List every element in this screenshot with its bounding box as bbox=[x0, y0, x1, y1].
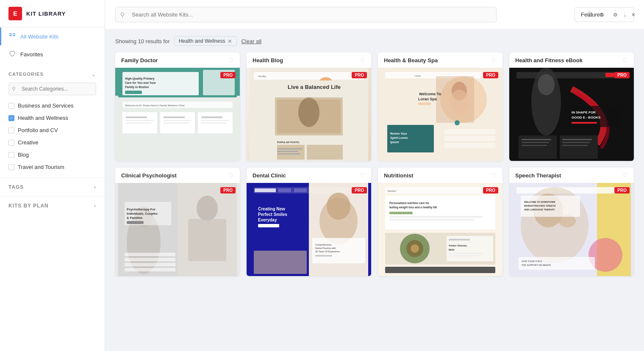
kit-card-family-doctor[interactable]: Family Doctor ♡ PRO High-Quality Primary… bbox=[115, 53, 240, 161]
kit-card-dental-clinic[interactable]: Dental Clinic ♡ PRO Creating New Perfect… bbox=[247, 168, 371, 276]
category-blog-checkbox[interactable] bbox=[8, 152, 14, 158]
svg-rect-109 bbox=[254, 251, 307, 274]
refresh-button[interactable]: ↻ bbox=[599, 11, 606, 19]
kits-header[interactable]: KITS BY PLAN › bbox=[8, 202, 96, 209]
nav-favorites[interactable]: Favorites bbox=[0, 45, 105, 63]
pro-badge: PRO bbox=[220, 187, 236, 193]
svg-text:Loran: Loran bbox=[415, 75, 421, 77]
tags-header[interactable]: TAGS › bbox=[8, 184, 96, 190]
svg-rect-89 bbox=[125, 258, 175, 261]
svg-rect-22 bbox=[164, 122, 189, 124]
heart-nav-icon bbox=[8, 50, 16, 58]
pro-badge: PRO bbox=[352, 72, 367, 78]
categories-header[interactable]: CATEGORIES ⌄ bbox=[8, 71, 96, 77]
kit-card-fitness-ebook[interactable]: Health and Fitness eBook ♡ PRO bbox=[509, 53, 634, 161]
category-blog-label: Blog bbox=[18, 152, 29, 158]
svg-text:IN SHAPE FOR: IN SHAPE FOR bbox=[572, 111, 596, 114]
svg-rect-70 bbox=[522, 139, 551, 140]
category-health[interactable]: Health and Wellness bbox=[8, 112, 96, 124]
svg-rect-90 bbox=[125, 263, 175, 266]
close-button[interactable]: ✕ bbox=[630, 11, 637, 19]
kit-card-header: Health & Beauty Spa ♡ bbox=[378, 53, 502, 68]
svg-rect-129 bbox=[385, 267, 495, 273]
svg-text:Amber Stewart,: Amber Stewart, bbox=[449, 244, 467, 247]
category-portfolio-label: Portfolio and CV bbox=[18, 127, 58, 133]
category-portfolio-checkbox[interactable] bbox=[8, 127, 14, 133]
app-title: KIT LIBRARY bbox=[26, 11, 66, 17]
favorite-icon[interactable]: ♡ bbox=[491, 57, 497, 64]
category-travel-label: Travel and Tourism bbox=[18, 164, 64, 170]
svg-text:GOOD E - BOOKS: GOOD E - BOOKS bbox=[572, 116, 601, 119]
kit-preview: PRO Nutrition Personalized nutrition car… bbox=[378, 183, 502, 276]
favorite-icon[interactable]: ♡ bbox=[228, 57, 234, 64]
svg-rect-57 bbox=[444, 136, 495, 141]
category-creative-checkbox[interactable] bbox=[8, 140, 14, 146]
svg-point-34 bbox=[298, 97, 319, 127]
category-travel[interactable]: Travel and Tourism bbox=[8, 161, 96, 173]
kit-preview: PRO Psychotherapy For bbox=[115, 183, 240, 276]
pro-badge: PRO bbox=[352, 187, 367, 193]
svg-rect-20 bbox=[164, 116, 185, 118]
favorite-icon[interactable]: ♡ bbox=[360, 57, 365, 64]
favorite-icon[interactable]: ♡ bbox=[491, 172, 497, 179]
svg-rect-56 bbox=[444, 129, 495, 134]
svg-rect-2 bbox=[9, 35, 12, 36]
search-bar-wrapper: ⚲ bbox=[115, 7, 497, 22]
svg-text:lasting weight loss and a heal: lasting weight loss and a healthy life bbox=[389, 206, 437, 209]
svg-point-79 bbox=[197, 196, 218, 221]
svg-rect-91 bbox=[125, 268, 175, 271]
nav-all-kits[interactable]: All Website Kits bbox=[0, 28, 105, 45]
svg-rect-1 bbox=[13, 33, 15, 34]
favorite-icon[interactable]: ♡ bbox=[622, 57, 628, 64]
svg-text:POPULAR POSTS:: POPULAR POSTS: bbox=[277, 141, 300, 144]
pro-badge: PRO bbox=[220, 72, 236, 78]
category-health-checkbox[interactable] bbox=[8, 115, 14, 121]
kit-card-header: Health and Fitness eBook ♡ bbox=[509, 53, 634, 68]
settings-button[interactable]: ⚙ bbox=[611, 11, 619, 19]
clear-all-link[interactable]: Clear all bbox=[241, 38, 261, 44]
category-creative[interactable]: Creative bbox=[8, 136, 96, 149]
pro-badge: PRO bbox=[614, 187, 630, 193]
kit-card-nutritionist[interactable]: Nutritionist ♡ PRO Nutrition Personalize… bbox=[378, 168, 502, 276]
kit-card-beauty-spa[interactable]: Health & Beauty Spa ♡ PRO Loran Welc bbox=[378, 53, 502, 161]
category-business[interactable]: Business and Services bbox=[8, 99, 96, 112]
favorite-icon[interactable]: ♡ bbox=[622, 172, 628, 179]
svg-rect-36 bbox=[277, 145, 305, 160]
favorite-icon[interactable]: ♡ bbox=[228, 172, 234, 179]
kit-preview: PRO mindsy Live a Balanced Life POPULAR … bbox=[247, 68, 371, 161]
svg-rect-118 bbox=[389, 219, 474, 221]
svg-rect-71 bbox=[522, 142, 549, 143]
kit-card-clinical-psychologist[interactable]: Clinical Psychologist ♡ PRO bbox=[115, 168, 240, 276]
category-travel-checkbox[interactable] bbox=[8, 164, 14, 170]
search-categories-input[interactable] bbox=[8, 83, 96, 95]
grid-container: Family Doctor ♡ PRO High-Quality Primary… bbox=[105, 53, 644, 351]
category-portfolio[interactable]: Portfolio and CV bbox=[8, 124, 96, 136]
kit-card-speech-therapist[interactable]: Speech Therapist ♡ PRO bbox=[509, 168, 634, 276]
kit-card-header: Family Doctor ♡ bbox=[115, 53, 240, 68]
kits-section: KITS BY PLAN › bbox=[0, 196, 105, 215]
results-bar: Showing 10 results for Health and Wellne… bbox=[105, 30, 644, 53]
kit-card-health-blog[interactable]: Health Blog ♡ PRO mindsy Live a Balanced… bbox=[247, 53, 371, 161]
filter-tag-remove[interactable]: ✕ bbox=[228, 39, 232, 44]
logo-icon: E bbox=[8, 7, 22, 20]
kit-card-header: Nutritionist ♡ bbox=[378, 168, 502, 183]
svg-text:Nutrition: Nutrition bbox=[388, 190, 396, 192]
svg-text:Ipsum: Ipsum bbox=[390, 141, 399, 144]
filter-tag-label: Health and Wellness bbox=[179, 38, 225, 44]
search-input[interactable] bbox=[115, 7, 497, 22]
svg-text:MANHATTAN KIDS' SPEECH: MANHATTAN KIDS' SPEECH bbox=[524, 205, 555, 207]
svg-rect-87 bbox=[127, 221, 144, 224]
favorite-icon[interactable]: ♡ bbox=[360, 172, 365, 179]
kit-card-header: Health Blog ♡ bbox=[247, 53, 371, 68]
divider bbox=[624, 11, 625, 18]
info-button[interactable]: ⓘ bbox=[586, 11, 594, 19]
category-business-checkbox[interactable] bbox=[8, 103, 14, 109]
nav-favorites-label: Favorites bbox=[20, 51, 43, 58]
sidebar: E KIT LIBRARY All Website Kits Favorites… bbox=[0, 0, 105, 351]
svg-rect-18 bbox=[126, 120, 153, 121]
svg-rect-50 bbox=[418, 102, 431, 105]
svg-text:& Families: & Families bbox=[127, 216, 143, 220]
svg-rect-73 bbox=[562, 139, 592, 140]
category-blog[interactable]: Blog bbox=[8, 149, 96, 161]
svg-rect-10 bbox=[125, 91, 142, 94]
